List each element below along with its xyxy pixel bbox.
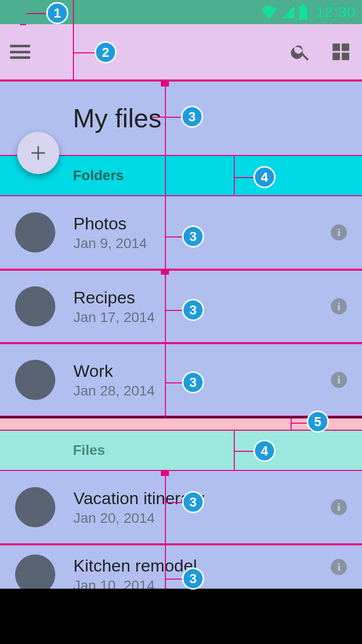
subheader-folders-label: Folders [73,168,124,184]
keyline [165,196,166,418]
folder-avatar [15,212,55,253]
annotation-badge-3: 3 [182,491,204,513]
list-item[interactable]: Vacation itinerary Jan 20, 2014 i [0,471,362,544]
tick [161,270,169,275]
page-title: My files [73,103,161,133]
connector [234,177,256,178]
connector [73,52,97,53]
annotation-badge-3: 3 [182,299,204,321]
wifi-icon [260,5,278,19]
annotation-badge-1: 1 [46,2,68,24]
keyline [291,418,292,431]
annotation-badge-4: 4 [253,440,276,462]
subheader-files: Files [0,431,362,471]
keyline [73,0,74,24]
folder-avatar [15,286,55,327]
tick [161,80,169,87]
connector [234,451,256,452]
menu-icon[interactable] [10,45,30,59]
file-avatar [15,487,55,527]
connector [291,423,309,424]
keyline [165,471,166,589]
tick [20,24,26,25]
nav-bar [0,589,362,644]
subheader-files-label: Files [73,442,105,458]
keyline [165,80,166,196]
connector [152,117,183,118]
list-item[interactable]: Recipes Jan 17, 2014 i [0,270,362,343]
annotation-badge-5: 5 [307,411,329,433]
fab-add[interactable] [17,132,59,174]
list-item[interactable]: Work Jan 28, 2014 i [0,343,362,417]
annotation-badge-3: 3 [182,371,204,393]
keyline [234,156,235,196]
info-icon[interactable]: i [331,372,347,388]
list-item[interactable]: Photos Jan 9, 2014 i [0,196,362,270]
signal-icon [281,5,296,19]
annotation-badge-2: 2 [95,41,117,63]
annotation-badge-4: 4 [253,166,276,188]
status-icons: 12:30 [260,4,356,21]
info-icon[interactable]: i [331,559,347,575]
annotation-badge-3: 3 [181,106,203,128]
annotation-badge-3: 3 [182,225,204,248]
tick [161,471,169,476]
folder-avatar [15,360,55,400]
battery-icon [299,5,308,20]
app-bar [0,24,362,80]
plus-icon [29,144,47,162]
info-icon[interactable]: i [331,298,347,314]
connector [26,13,48,14]
info-icon[interactable]: i [331,499,347,515]
annotation-badge-3: 3 [182,568,204,590]
grid-view-icon[interactable] [330,41,352,63]
search-icon[interactable] [290,41,312,63]
item-date: Jan 20, 2014 [73,510,331,526]
info-icon[interactable]: i [331,224,347,240]
list-item[interactable]: Kitchen remodel Jan 10, 2014 i [0,544,362,589]
status-time: 12:30 [316,4,356,21]
